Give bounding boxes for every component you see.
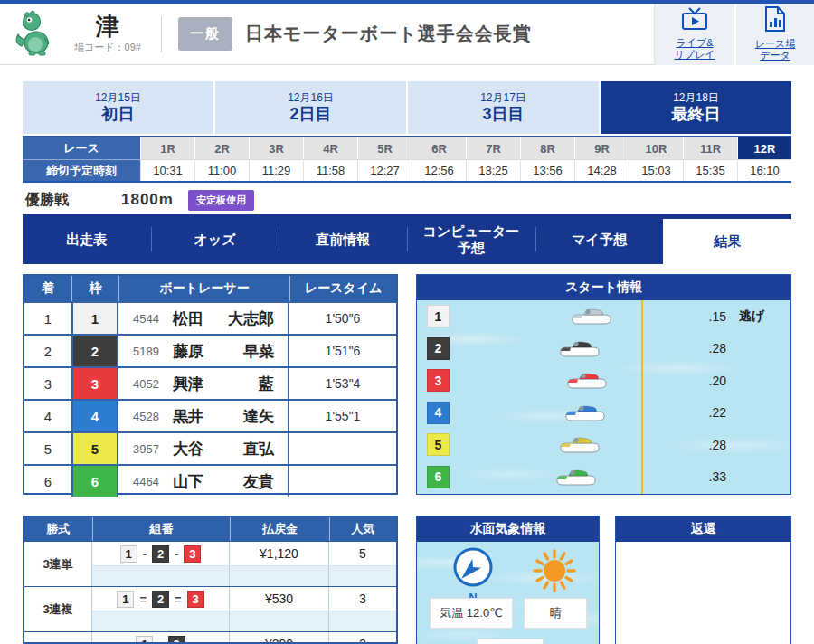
wind-compass: N [451, 545, 495, 603]
deadline-3r: 11:29 [249, 159, 303, 181]
race-tab-7r[interactable]: 7R [466, 137, 520, 159]
race-tab-4r[interactable]: 4R [303, 137, 357, 159]
start-lane-row: 1 .15 逃げ [417, 300, 790, 333]
race-tab-10r[interactable]: 10R [629, 137, 683, 159]
refund-body [616, 542, 790, 644]
lane-number: 2 [71, 336, 118, 366]
tab-results-selected[interactable]: 結果 [663, 219, 791, 264]
racer-given-name: 達矢 [243, 406, 274, 427]
venue-block: 津 場コード：09# [74, 14, 141, 54]
date-tab-label: 初日 [102, 105, 135, 124]
racer-regno: 4464 [133, 475, 173, 488]
combo-lane: 2 [152, 545, 169, 563]
tab-label: コンピューター [422, 223, 519, 240]
finish-pos: 5 [24, 433, 71, 464]
payout-amount: ¥530 [229, 587, 328, 611]
start-timing: .15 [686, 309, 726, 324]
header: 津 場コード：09# 一般 日本モーターボート選手会会長賞 ライブ& リプレイ [0, 4, 814, 65]
refund-panel: 返還 [615, 516, 791, 644]
racer-cell: 3957 大谷直弘 [118, 433, 289, 464]
combo-lane: 2 [168, 636, 185, 644]
tv-play-icon [681, 7, 708, 37]
racer-family-name: 山下 [173, 471, 204, 492]
date-tab-final-day[interactable]: 12月18日 最終日 [601, 81, 791, 134]
combo-separator: = [175, 592, 182, 606]
popularity: 3 [328, 587, 396, 611]
start-lane-row: 6 .33 [417, 461, 790, 494]
race-name: 優勝戦 [25, 191, 69, 210]
popularity: 2 [328, 632, 396, 644]
air-temperature: 気温 12.0℃ [430, 598, 513, 629]
deadline-11r: 15:35 [683, 159, 737, 181]
race-tab-3r[interactable]: 3R [249, 137, 303, 159]
tab-label: 結果 [714, 233, 741, 250]
payout-header-row: 勝式 組番 払戻金 人気 [24, 517, 396, 541]
racer-given-name: 大志郎 [228, 308, 274, 329]
date-tab-day2[interactable]: 12月16日 2日目 [215, 81, 406, 134]
start-lane-row: 2 .28 [417, 333, 790, 365]
live-replay-button[interactable]: ライブ& リプレイ [655, 4, 734, 65]
race-tab-12r-selected[interactable]: 12R [737, 137, 791, 159]
tab-label: 直前情報 [316, 232, 370, 248]
lane-number: 3 [71, 368, 118, 399]
racer-cell: 4464 山下友貴 [118, 466, 289, 497]
combo-lane: 2 [152, 591, 169, 608]
combo-lane: 3 [184, 545, 201, 563]
lane-number: 4 [427, 402, 450, 424]
result-row: 1 1 4544 松田大志郎 1'50"6 [24, 301, 396, 334]
bet-type: 3連複 [24, 587, 92, 631]
weather-extra-box [477, 639, 544, 644]
tab-computer-prediction[interactable]: コンピューター 予想 [407, 214, 535, 264]
racer-regno: 3957 [133, 442, 173, 456]
start-timing: .22 [686, 405, 726, 420]
race-tab-9r[interactable]: 9R [574, 137, 629, 159]
tab-label: マイ予想 [572, 232, 627, 248]
tab-odds[interactable]: オッズ [151, 214, 279, 264]
venue-code: 場コード：09# [74, 41, 141, 54]
stadium-data-button[interactable]: レース場 データ [734, 4, 814, 65]
combo-separator: = [139, 592, 147, 606]
payout-row: 1 - 2 - 3 ¥1,120 5 [92, 542, 396, 565]
finish-pos: 6 [24, 466, 71, 497]
deadline-5r: 12:27 [357, 159, 412, 181]
race-selector: レース 1R 2R 3R 4R 5R 6R 7R 8R 9R 10R 11R 1… [23, 136, 791, 183]
finish-pos: 2 [24, 336, 71, 366]
race-time: 1'53"4 [289, 368, 396, 399]
racer-cell: 4052 興津藍 [118, 368, 289, 399]
race-tab-5r[interactable]: 5R [357, 137, 412, 159]
date-tabs: 12月15日 初日 12月16日 2日目 12月17日 3日目 12月18日 最… [23, 81, 791, 134]
race-tab-6r[interactable]: 6R [412, 137, 466, 159]
combo-separator: - [158, 638, 162, 644]
tab-label: 出走表 [66, 232, 107, 248]
combo-lane: 1 [120, 545, 137, 563]
race-tab-2r[interactable]: 2R [194, 137, 249, 159]
start-lane-row: 4 .22 [417, 397, 790, 430]
race-tab-8r[interactable]: 8R [520, 137, 574, 159]
date-tab-date: 12月16日 [288, 91, 334, 105]
tab-last-minute-info[interactable]: 直前情報 [279, 214, 407, 264]
payout-group-exacta: 1 - 2 ¥390 2 [24, 631, 396, 644]
start-timing: .33 [686, 469, 726, 484]
date-tab-day1[interactable]: 12月15日 初日 [23, 81, 213, 134]
tab-racelist[interactable]: 出走表 [23, 214, 151, 264]
finish-pos: 4 [24, 401, 71, 431]
racer-family-name: 興津 [173, 374, 204, 394]
date-tab-day3[interactable]: 12月17日 3日目 [408, 81, 599, 134]
date-tab-date: 12月15日 [95, 91, 141, 105]
boat-icon [566, 371, 608, 391]
col-lane: 枠 [71, 276, 118, 301]
race-tab-1r[interactable]: 1R [140, 137, 194, 159]
boat-icon [555, 468, 597, 488]
payout-amount: ¥1,120 [229, 542, 328, 565]
lane-number: 5 [71, 433, 118, 464]
deadline-4r: 11:58 [303, 159, 357, 181]
col-combination: 組番 [92, 517, 230, 541]
tab-my-prediction[interactable]: マイ予想 [535, 214, 664, 264]
race-tab-11r[interactable]: 11R [683, 137, 737, 159]
event-title: 日本モーターボート選手会会長賞 [245, 22, 532, 46]
sunny-icon [531, 547, 578, 598]
race-time: 1'51"6 [289, 336, 396, 366]
combo-separator: - [143, 547, 147, 561]
combo-lane: 1 [136, 636, 153, 644]
start-info-water: 1 .15 逃げ 2 .28 3 .20 [417, 300, 790, 494]
